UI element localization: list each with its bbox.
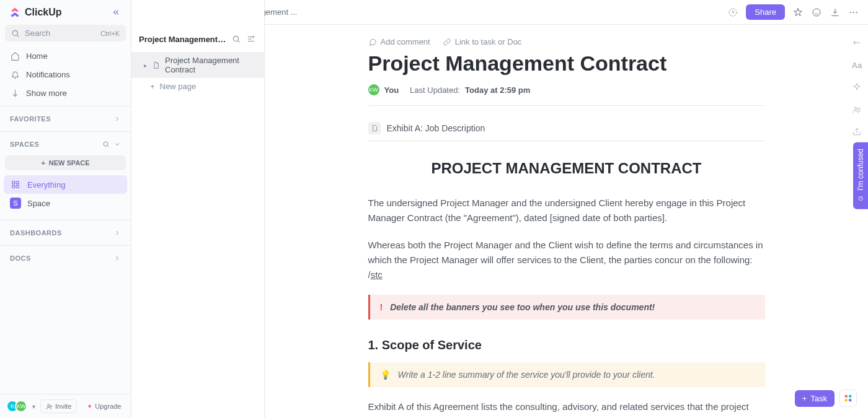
invite-button[interactable]: Invite — [40, 399, 77, 413]
svg-rect-3 — [16, 181, 19, 184]
svg-point-8 — [233, 36, 238, 41]
search-spaces-icon[interactable] — [102, 141, 110, 148]
docs-section[interactable]: DOCS — [0, 250, 131, 267]
chevron-right-icon — [113, 229, 121, 237]
svg-point-17 — [856, 12, 857, 13]
space-label: Space — [27, 199, 50, 208]
bell-icon — [10, 69, 20, 79]
chevron-right-icon: ▸ — [144, 62, 147, 69]
warning-banner[interactable]: ! Delete all the banners you see too whe… — [368, 295, 765, 320]
exhibit-link[interactable]: Exhibit A: Job Description — [368, 116, 765, 141]
upgrade-button[interactable]: ✦ Upgrade — [82, 400, 126, 413]
share-button[interactable]: Share — [746, 4, 785, 20]
svg-rect-22 — [845, 399, 848, 401]
breadcrumb: Everything / Project Management ... — [265, 7, 297, 17]
favorites-label: FAVORITES — [10, 115, 51, 123]
doc-icon — [368, 122, 381, 134]
nav-show-more-label: Show more — [26, 89, 67, 98]
section-heading[interactable]: 1. Scope of Service — [368, 338, 765, 352]
svg-rect-20 — [845, 395, 848, 398]
svg-rect-21 — [849, 395, 851, 398]
brand-name: ClickUp — [25, 7, 62, 18]
share-icon[interactable] — [851, 126, 862, 137]
nav-home[interactable]: Home — [0, 46, 131, 65]
invite-label: Invite — [55, 403, 71, 410]
chevron-down-icon[interactable] — [113, 141, 121, 148]
banner-text: Write a 1-2 line summary of the service … — [398, 370, 655, 380]
sparkle-icon: ✦ — [87, 403, 92, 411]
logo[interactable]: ClickUp — [9, 6, 62, 19]
chevron-down-icon — [10, 88, 20, 98]
comment-icon[interactable] — [811, 7, 822, 18]
paragraph[interactable]: Whereas both the Project Manager and the… — [368, 238, 765, 282]
plus-icon: + — [41, 159, 45, 167]
more-icon[interactable] — [848, 7, 859, 18]
docpane-page-contract[interactable]: ▸ Project Management Contract — [131, 52, 264, 78]
hint-banner[interactable]: 💡 Write a 1-2 line summary of the servic… — [368, 362, 765, 387]
apps-button[interactable] — [839, 390, 857, 407]
updated-label: Last Updated: — [410, 85, 460, 95]
star-icon[interactable] — [792, 7, 804, 18]
link-task-label: Link to task or Doc — [455, 37, 522, 46]
divider — [0, 220, 131, 220]
chevron-double-left-icon — [112, 8, 120, 17]
paragraph[interactable]: The undersigned Project Manager and the … — [368, 196, 765, 225]
add-comment-link[interactable]: Add comment — [368, 37, 430, 46]
search-shortcut: Ctrl+K — [100, 30, 120, 37]
banner-text: Delete all the banners you see too when … — [390, 302, 655, 312]
doc-icon — [152, 61, 160, 69]
new-space-label: NEW SPACE — [49, 159, 90, 167]
avatar-chevron[interactable]: ▾ — [32, 403, 35, 410]
space-everything[interactable]: Everything — [4, 175, 127, 194]
dashboards-section[interactable]: DASHBOARDS — [0, 224, 131, 242]
new-task-button[interactable]: + Task — [795, 390, 835, 407]
chevron-right-icon — [113, 115, 121, 123]
link-task-link[interactable]: Link to task or Doc — [443, 37, 522, 46]
docpane-page-label: Project Management Contract — [165, 56, 257, 74]
collapse-sidebar-button[interactable] — [110, 6, 122, 19]
search-doc-button[interactable] — [231, 33, 242, 45]
divider — [0, 106, 131, 107]
ai-icon[interactable] — [851, 82, 862, 93]
plus-icon: + — [802, 394, 807, 403]
nav-notifications[interactable]: Notifications — [0, 65, 131, 84]
contract-heading[interactable]: PROJECT MANAGEMENT CONTRACT — [368, 160, 765, 177]
paragraph[interactable]: Exhibit A of this Agreement lists the co… — [368, 399, 765, 418]
confused-button[interactable]: ☺ I'm confused — [853, 142, 868, 209]
svg-point-16 — [853, 12, 854, 13]
docpane-new-page[interactable]: + New page — [131, 78, 264, 95]
task-label: Task — [810, 394, 827, 403]
svg-rect-2 — [12, 181, 15, 184]
settings-doc-button[interactable] — [246, 33, 257, 45]
chat-icon — [368, 38, 377, 46]
clickup-logo-icon — [9, 6, 21, 19]
expand-icon[interactable] — [851, 37, 862, 48]
nav-home-label: Home — [26, 51, 48, 61]
people-icon[interactable] — [851, 104, 862, 115]
breadcrumb-doc[interactable]: Project Management ... — [265, 7, 297, 17]
typography-icon[interactable]: Aa — [851, 59, 862, 71]
help-circle-icon: ☺ — [856, 194, 865, 203]
space-item[interactable]: S Space — [4, 194, 127, 212]
spaces-section[interactable]: SPACES — [0, 136, 131, 153]
favorites-section[interactable]: FAVORITES — [0, 110, 131, 128]
nav-show-more[interactable]: Show more — [0, 84, 131, 102]
author-avatar: KW — [368, 84, 379, 95]
svg-point-0 — [12, 30, 17, 35]
new-space-button[interactable]: + NEW SPACE — [5, 155, 126, 170]
grid-icon — [844, 394, 852, 403]
search-input[interactable]: Search Ctrl+K — [5, 25, 126, 41]
svg-rect-23 — [849, 399, 851, 401]
dashboards-label: DASHBOARDS — [10, 229, 62, 237]
doc-title[interactable]: Project Management Contract — [368, 51, 765, 76]
confused-label: I'm confused — [856, 149, 865, 191]
exclamation-icon: ! — [380, 302, 383, 312]
user-plus-icon — [46, 403, 53, 410]
space-badge: S — [10, 198, 21, 209]
history-icon[interactable] — [727, 7, 738, 18]
avatar-stack[interactable]: K KW — [6, 400, 27, 412]
home-icon — [10, 51, 20, 61]
download-icon[interactable] — [830, 7, 841, 18]
upgrade-label: Upgrade — [95, 403, 121, 410]
avatar: KW — [15, 400, 27, 412]
